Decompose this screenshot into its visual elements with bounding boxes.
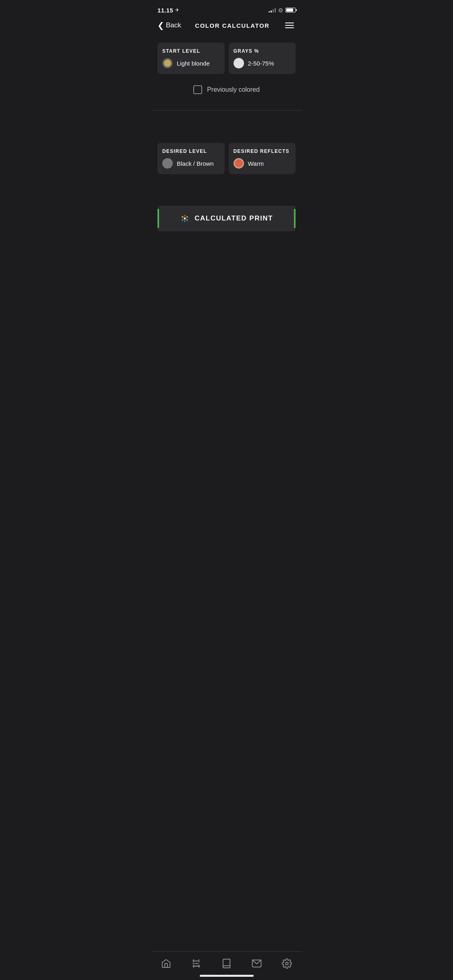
- desired-level-value: Black / Brown: [177, 160, 214, 167]
- svg-point-3: [186, 219, 188, 221]
- section-start: START LEVEL Light blonde GRAYS % 2-50-75…: [151, 35, 302, 110]
- status-time: 11.15: [157, 7, 173, 14]
- svg-point-2: [186, 216, 188, 218]
- color-wheel-icon: [180, 214, 190, 223]
- nav-bar: ❮ Back COLOR CALCULATOR: [151, 18, 302, 35]
- previously-colored-row: Previously colored: [157, 82, 296, 102]
- desired-level-dot: [162, 158, 173, 169]
- signal-icon: [269, 8, 276, 12]
- desired-level-title: DESIRED LEVEL: [162, 148, 220, 154]
- menu-line-3: [285, 27, 294, 28]
- calc-button-wrap: CALCULATED PRINT: [151, 206, 302, 231]
- grays-percent-card[interactable]: GRAYS % 2-50-75%: [229, 43, 296, 74]
- chevron-left-icon: ❮: [157, 21, 164, 29]
- start-level-title: START LEVEL: [162, 48, 220, 54]
- desired-level-value-row: Black / Brown: [162, 158, 220, 169]
- calc-button-label: CALCULATED PRINT: [194, 214, 273, 222]
- status-icons: ⊙: [269, 7, 296, 13]
- menu-line-1: [285, 23, 294, 23]
- desired-reflects-dot: [234, 158, 244, 169]
- previously-colored-label: Previously colored: [207, 86, 260, 93]
- start-level-value: Light blonde: [177, 60, 210, 67]
- calculated-print-button[interactable]: CALCULATED PRINT: [157, 206, 296, 231]
- desired-cards-row: DESIRED LEVEL Black / Brown DESIRED REFL…: [157, 143, 296, 174]
- back-button[interactable]: ❮ Back: [157, 21, 181, 29]
- grays-percent-dot: [234, 58, 244, 68]
- start-level-value-row: Light blonde: [162, 58, 220, 68]
- svg-point-4: [184, 220, 186, 222]
- svg-point-1: [184, 215, 186, 217]
- page-title: COLOR CALCULATOR: [195, 22, 269, 29]
- wifi-icon: ⊙: [278, 7, 283, 13]
- start-cards-row: START LEVEL Light blonde GRAYS % 2-50-75…: [157, 43, 296, 74]
- desired-level-card[interactable]: DESIRED LEVEL Black / Brown: [157, 143, 225, 174]
- desired-reflects-card[interactable]: DESIRED REFLECTS Warm: [229, 143, 296, 174]
- desired-reflects-value: Warm: [248, 160, 264, 167]
- start-level-dot: [162, 58, 173, 68]
- svg-point-0: [184, 218, 186, 220]
- status-bar: 11.15 ✈ ⊙: [151, 0, 302, 18]
- svg-point-5: [182, 219, 183, 221]
- grays-percent-value-row: 2-50-75%: [234, 58, 291, 68]
- desired-reflects-value-row: Warm: [234, 158, 291, 169]
- svg-point-6: [182, 216, 183, 218]
- desired-reflects-title: DESIRED REFLECTS: [234, 148, 291, 154]
- previously-colored-checkbox[interactable]: [193, 85, 202, 94]
- location-icon: ✈: [175, 7, 179, 13]
- grays-percent-title: GRAYS %: [234, 48, 291, 54]
- grays-percent-value: 2-50-75%: [248, 60, 274, 67]
- start-level-card[interactable]: START LEVEL Light blonde: [157, 43, 225, 74]
- back-label: Back: [166, 21, 181, 29]
- menu-line-2: [285, 25, 294, 26]
- section-desired: DESIRED LEVEL Black / Brown DESIRED REFL…: [151, 111, 302, 190]
- menu-button[interactable]: [283, 21, 296, 30]
- battery-icon: [285, 8, 296, 12]
